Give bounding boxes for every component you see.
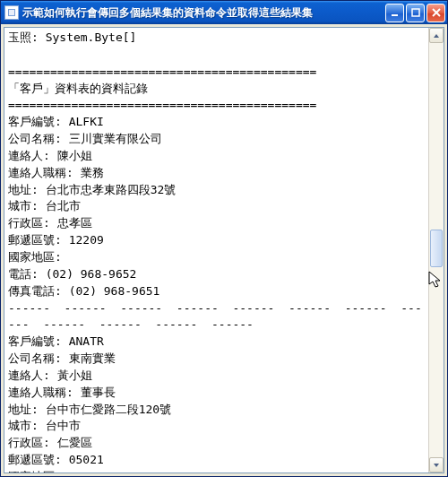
text-output[interactable]: 玉照: System.Byte[] ======================… xyxy=(4,28,428,473)
scroll-up-button[interactable] xyxy=(429,28,444,43)
scrollbar-thumb[interactable] xyxy=(430,230,443,267)
titlebar[interactable]: 示範如何執行會傳回多個結果集的資料命令並取得這些結果集 xyxy=(1,1,447,24)
svg-rect-1 xyxy=(412,9,419,16)
svg-rect-0 xyxy=(392,14,398,16)
client-area: 玉照: System.Byte[] ======================… xyxy=(4,27,444,473)
window-controls xyxy=(385,4,445,22)
minimize-button[interactable] xyxy=(385,4,404,22)
close-button[interactable] xyxy=(426,4,445,22)
vertical-scrollbar[interactable] xyxy=(428,28,444,473)
window-title: 示範如何執行會傳回多個結果集的資料命令並取得這些結果集 xyxy=(22,5,385,21)
app-icon xyxy=(4,5,19,20)
scrollbar-track[interactable] xyxy=(429,43,444,457)
app-window: 示範如何執行會傳回多個結果集的資料命令並取得這些結果集 玉照: System.B… xyxy=(0,0,448,477)
scroll-down-button[interactable] xyxy=(429,457,444,473)
maximize-button[interactable] xyxy=(406,4,425,22)
